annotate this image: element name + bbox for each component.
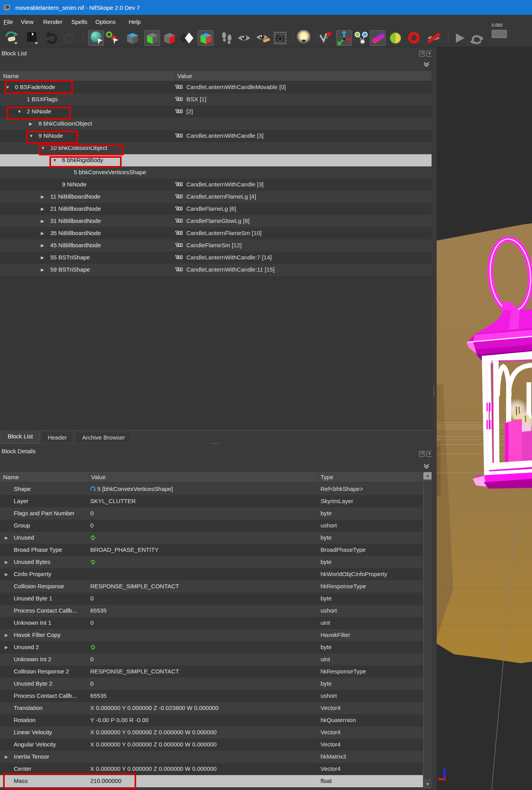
detail-row[interactable]: Unknown Int 10uint	[0, 617, 423, 629]
window-title: moveablelantern_smim.nif - NifSkope 2.0 …	[15, 4, 140, 11]
collapse-arrow-icon[interactable]: ▶	[5, 535, 8, 540]
detail-row[interactable]: Broad Phase TypeBROAD_PHASE_ENTITYBroadP…	[0, 544, 423, 556]
camera-button[interactable]	[272, 30, 288, 46]
scrollbar-thumb[interactable]	[423, 480, 432, 779]
tree-row[interactable]: ▶21 NiBillboardNodeTxtCandleFlameLg [6]	[0, 203, 432, 215]
detail-row[interactable]: Group0ushort	[0, 520, 423, 532]
collapse-arrow-icon[interactable]: ▶	[41, 267, 44, 272]
tree-row[interactable]: ▶35 NiBillboardNodeTxtCandleLanternFlame…	[0, 227, 432, 239]
detail-row[interactable]: RotationY -0.00 P 0.00 R -0.00hkQuaterni…	[0, 714, 423, 726]
collapse-arrow-icon[interactable]: ▶	[5, 572, 8, 577]
tree-row[interactable]: 1 BSXFlagsTxtBSX [1]	[0, 93, 432, 106]
block-list-expand-all-icon[interactable]	[423, 61, 430, 68]
dock-splitter[interactable]	[432, 47, 437, 790]
column-value[interactable]: Value	[177, 73, 192, 79]
tab-header[interactable]: Header	[41, 432, 74, 443]
detail-row[interactable]: Flags and Part Number0byte	[0, 507, 423, 520]
detail-row[interactable]: ▶Havok Filter CopyHavokFilter	[0, 629, 423, 641]
eye-edit-button[interactable]	[255, 30, 271, 46]
detail-row[interactable]: Linear VelocityX 0.000000 Y 0.000000 Z 0…	[0, 726, 423, 739]
detail-row[interactable]: ▶Inertia TensorhkMatrix3	[0, 751, 423, 763]
tree-row[interactable]: 5 bhkConvexVerticesShape	[0, 166, 432, 179]
collapse-arrow-icon[interactable]: ▶	[41, 255, 44, 260]
scrollbar-up-button[interactable]: ▲	[423, 472, 432, 480]
column-type[interactable]: Type	[321, 474, 333, 480]
red-ring-button[interactable]	[406, 30, 422, 46]
tab-block-list[interactable]: Block List	[1, 430, 40, 443]
tree-row[interactable]: ▶31 NiBillboardNodeTxtCandleFlameGlowLg …	[0, 215, 432, 227]
collapse-arrow-icon[interactable]: ▶	[41, 194, 44, 199]
axes-button[interactable]	[336, 30, 352, 46]
checkmark-pin-button[interactable]	[317, 30, 333, 46]
comet-button[interactable]	[370, 30, 386, 46]
lightbulb-button[interactable]	[296, 30, 312, 46]
tree-row[interactable]: ▶55 BSTriShapeTxtCandleLanternWithCandle…	[0, 252, 432, 264]
block-details-expand-all-icon[interactable]	[423, 463, 430, 470]
vertex-select-button[interactable]	[105, 30, 120, 46]
eye-slash-button[interactable]	[426, 30, 441, 46]
tree-row[interactable]: ▶59 BSTriShapeTxtCandleLanternWithCandle…	[0, 264, 432, 276]
collapse-arrow-icon[interactable]: ▶	[41, 243, 44, 248]
detail-row[interactable]: Collision Response 2RESPONSE_SIMPLE_CONT…	[0, 666, 423, 678]
eye-button[interactable]	[236, 30, 252, 46]
collapse-arrow-icon[interactable]: ▶	[41, 219, 44, 224]
tree-row[interactable]: ▶11 NiBillboardNodeTxtCandleLanternFlame…	[0, 191, 432, 203]
collapse-arrow-icon[interactable]: ▶	[41, 206, 44, 212]
detail-row[interactable]: ▶Cinfo PropertyhkWorldObjCinfoProperty	[0, 568, 423, 580]
tree-row[interactable]: ▶45 NiBillboardNodeTxtCandleFlameSm [12]	[0, 239, 432, 252]
title-bar[interactable]: moveablelantern_smim.nif - NifSkope 2.0 …	[0, 0, 532, 15]
sphere-half-button[interactable]	[388, 30, 403, 46]
detail-row[interactable]: Unused Byte 10byte	[0, 593, 423, 605]
detail-row[interactable]: Shape5 [bhkConvexVerticesShape]Ref<bhkSh…	[0, 483, 423, 495]
cube-rgb-button[interactable]	[198, 30, 213, 46]
scrollbar-down-button[interactable]: ▼	[423, 780, 432, 788]
column-value[interactable]: Value	[91, 474, 106, 480]
column-name[interactable]: Name	[3, 73, 19, 79]
detail-row[interactable]: ▶Unused 2byte	[0, 641, 423, 653]
collapse-arrow-icon[interactable]: ▶	[41, 231, 44, 236]
detail-row[interactable]: Angular VelocityX 0.000000 Y 0.000000 Z …	[0, 739, 423, 751]
undo-button[interactable]	[44, 30, 60, 46]
column-name[interactable]: Name	[3, 474, 19, 480]
play-button[interactable]	[452, 30, 468, 46]
detail-row[interactable]: ▶Unusedbyte	[0, 532, 423, 544]
detail-row[interactable]: Process Contact Callb...65535ushort	[0, 690, 423, 702]
nodes-button[interactable]	[353, 30, 369, 46]
render-viewport[interactable]	[437, 47, 532, 790]
save-button[interactable]	[24, 30, 40, 46]
detail-row[interactable]: Unknown Int 20uint	[0, 653, 423, 666]
tree-row[interactable]: 9 NiNodeTxtCandleLanternWithCandle [3]	[0, 179, 432, 191]
collapse-arrow-icon[interactable]: ▶	[5, 754, 8, 759]
menu-help[interactable]: Help	[129, 15, 141, 29]
footprints-button[interactable]	[219, 30, 235, 46]
collapse-arrow-icon[interactable]: ▶	[5, 645, 8, 650]
detail-row[interactable]: Collision ResponseRESPONSE_SIMPLE_CONTAC…	[0, 580, 423, 593]
detail-row[interactable]: ▶Unused Bytesbyte	[0, 556, 423, 568]
cube-top-blue-button[interactable]	[125, 30, 140, 46]
shade-diamond-button[interactable]	[179, 30, 194, 46]
hand-arrow-button[interactable]	[4, 30, 19, 46]
collapse-arrow-icon[interactable]: ▶	[5, 633, 8, 638]
menu-view[interactable]: View	[21, 15, 33, 29]
block-name: 45 NiBillboardNode	[50, 242, 101, 248]
menu-render[interactable]: Render	[43, 15, 62, 29]
tab-archive-browser[interactable]: Archive Browser	[75, 432, 132, 443]
detail-row[interactable]: Unused Byte 20byte	[0, 678, 423, 690]
block-list-float-button[interactable]: ❐	[419, 51, 425, 57]
loop-button[interactable]	[469, 30, 485, 46]
detail-row[interactable]: TranslationX 0.000000 Y 0.000000 Z -0.02…	[0, 702, 423, 714]
detail-row[interactable]: Process Contact Callb...65535ushort	[0, 605, 423, 617]
field-name: Unused 2	[14, 644, 39, 650]
menu-spells[interactable]: Spells	[71, 15, 87, 29]
redo-button[interactable]	[61, 30, 77, 46]
collapse-arrow-icon[interactable]: ▶	[5, 560, 8, 565]
collapse-arrow-icon[interactable]: ▶	[29, 121, 32, 126]
menu-options[interactable]: Options	[95, 15, 116, 29]
block-details-float-button[interactable]: ❐	[419, 451, 425, 457]
detail-row[interactable]: LayerSKYL_CLUTTERSkyrimLayer	[0, 495, 423, 507]
cube-side-red-button[interactable]	[162, 30, 177, 46]
menu-file[interactable]: File	[4, 15, 13, 29]
sphere-select-button[interactable]	[88, 30, 104, 46]
cube-front-green-button[interactable]	[144, 30, 160, 46]
frame-spinner[interactable]	[492, 30, 507, 38]
